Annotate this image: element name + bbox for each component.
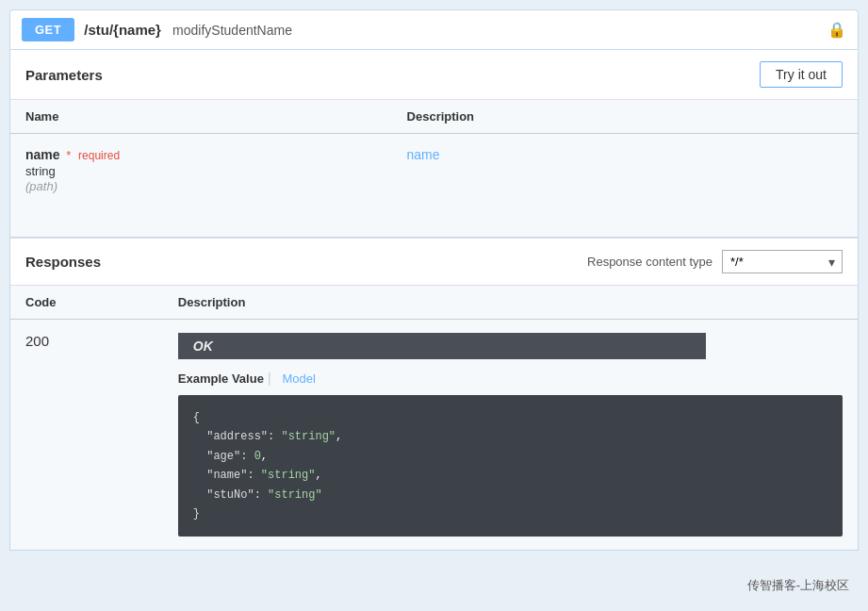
response-col-description: Description (163, 286, 858, 320)
param-col-description: Description (392, 100, 858, 134)
open-brace: { (193, 411, 200, 424)
param-name: name (25, 147, 60, 162)
val-address: "string" (281, 430, 336, 443)
example-code-block: { "address": "string", "age": 0, "name":… (178, 395, 843, 537)
key-age: "age": (206, 450, 247, 463)
main-container: GET /stu/{name} modifyStudentName 🔒 Para… (0, 0, 868, 611)
spacer-cell (10, 206, 858, 237)
responses-header: Responses Response content type */* appl… (10, 238, 858, 285)
response-description-cell: OK Example Value | Model { "address": "s… (163, 320, 858, 551)
parameters-header: Parameters Try it out (10, 50, 858, 99)
parameters-table: Name Description name * required string … (10, 99, 858, 237)
method-badge: GET (22, 18, 74, 41)
content-type-select-wrapper[interactable]: */* application/json text/plain (722, 250, 843, 273)
response-code-cell: 200 (10, 320, 163, 551)
close-brace: } (193, 507, 200, 520)
ok-badge: OK (178, 333, 706, 359)
param-type: string (25, 164, 377, 178)
parameters-section: Parameters Try it out Name Description n… (9, 50, 859, 238)
path-text: /stu/{name} (84, 22, 161, 38)
example-value-tab[interactable]: Example Value (178, 372, 264, 386)
responses-title: Responses (25, 254, 101, 270)
param-col-name: Name (10, 100, 392, 134)
endpoint-bar: GET /stu/{name} modifyStudentName 🔒 (9, 9, 859, 50)
table-row: name * required string (path) name (10, 134, 858, 207)
spacer-row (10, 206, 858, 237)
param-name-cell: name * required string (path) (10, 134, 392, 207)
content-type-select[interactable]: */* application/json text/plain (722, 250, 843, 273)
required-asterisk: * (66, 149, 71, 162)
param-description-cell: name (392, 134, 858, 207)
tab-divider: | (268, 371, 271, 386)
lock-icon: 🔒 (827, 21, 846, 39)
response-content-type-label: Response content type (587, 255, 712, 269)
response-code: 200 (25, 333, 49, 349)
key-stuno: "stuNo": (206, 488, 261, 502)
endpoint-path: /stu/{name} modifyStudentName (84, 22, 818, 38)
parameters-title: Parameters (25, 67, 103, 83)
model-tab[interactable]: Model (283, 372, 316, 386)
watermark: 传智播客-上海校区 (747, 577, 849, 594)
responses-section: Responses Response content type */* appl… (9, 238, 859, 551)
required-label: required (78, 149, 120, 162)
endpoint-description: modifyStudentName (172, 23, 292, 38)
ok-text: OK (193, 339, 213, 354)
val-stuno: "string" (268, 488, 322, 502)
param-location: (path) (25, 179, 57, 193)
key-address: "address": (206, 430, 274, 443)
key-name: "name": (206, 469, 254, 482)
param-description-value: name (407, 147, 440, 162)
responses-table: Code Description 200 OK Example Value (10, 285, 858, 550)
response-col-code: Code (10, 286, 163, 320)
param-name-row: name * required (25, 147, 377, 162)
val-age: 0 (254, 450, 261, 463)
response-row-200: 200 OK Example Value | Model { (10, 320, 858, 551)
example-model-tabs: Example Value | Model (178, 371, 843, 386)
content-type-wrapper: Response content type */* application/js… (587, 250, 843, 273)
val-name: "string" (261, 469, 316, 482)
try-it-out-button[interactable]: Try it out (760, 61, 843, 88)
